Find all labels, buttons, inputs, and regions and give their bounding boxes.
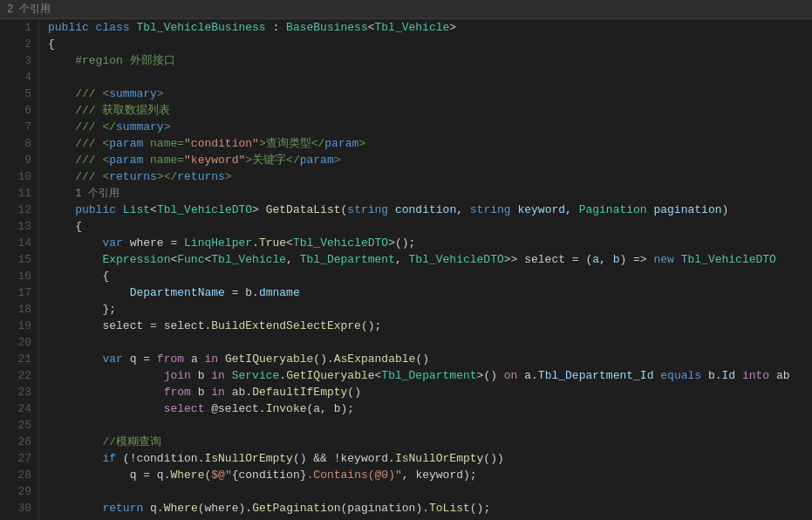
line-num-14: 14	[0, 235, 31, 251]
code-line-14: var where = LinqHelper.True<Tbl_VehicleD…	[48, 235, 812, 251]
line-num-7: 7	[0, 119, 31, 135]
line-num-6: 6	[0, 102, 31, 119]
code-line-22: join b in Service.GetIQueryable<Tbl_Depa…	[48, 367, 812, 384]
code-line-1: public class Tbl_VehicleBusiness : BaseB…	[48, 19, 812, 36]
code-line-25	[48, 417, 812, 434]
reference-count: 2 个引用	[0, 0, 812, 19]
code-line-17: DepartmentName = b.dmname	[48, 284, 812, 301]
code-line-2: {	[48, 36, 812, 52]
line-num-24: 24	[0, 400, 31, 417]
code-body: 1 2 3 4 5 6 7 8 9 10 11 12 13 14 15 16 1…	[0, 19, 812, 520]
code-line-11: 1 个引用	[48, 185, 812, 202]
line-num-4: 4	[0, 69, 31, 86]
code-line-31: }	[48, 517, 812, 520]
code-line-12: public List<Tbl_VehicleDTO> GetDataList(…	[48, 202, 812, 218]
line-num-11: 11	[0, 185, 31, 202]
line-num-10: 10	[0, 168, 31, 185]
line-num-28: 28	[0, 467, 31, 483]
code-line-3: #region 外部接口	[48, 52, 812, 69]
line-num-1: 1	[0, 19, 31, 36]
line-num-16: 16	[0, 268, 31, 284]
line-num-15: 15	[0, 251, 31, 268]
line-num-31: 31	[0, 517, 31, 520]
code-container: 2 个引用 1 2 3 4 5 6 7 8 9 10 11 12 13 14 1…	[0, 0, 812, 520]
line-num-5: 5	[0, 86, 31, 102]
code-line-30: return q.Where(where).GetPagination(pagi…	[48, 500, 812, 517]
code-line-7: /// </summary>	[48, 119, 812, 135]
line-num-13: 13	[0, 218, 31, 235]
line-num-27: 27	[0, 450, 31, 467]
line-num-12: 12	[0, 202, 31, 218]
line-num-20: 20	[0, 334, 31, 351]
line-num-29: 29	[0, 483, 31, 500]
code-line-21: var q = from a in GetIQueryable().AsExpa…	[48, 351, 812, 367]
line-num-17: 17	[0, 284, 31, 301]
code-line-29	[48, 483, 812, 500]
line-num-3: 3	[0, 52, 31, 69]
line-num-9: 9	[0, 152, 31, 168]
code-line-6: /// 获取数据列表	[48, 102, 812, 119]
code-line-23: from b in ab.DefaultIfEmpty()	[48, 384, 812, 400]
line-num-22: 22	[0, 367, 31, 384]
line-numbers: 1 2 3 4 5 6 7 8 9 10 11 12 13 14 15 16 1…	[0, 19, 39, 520]
code-line-26: //模糊查询	[48, 434, 812, 450]
line-num-26: 26	[0, 434, 31, 450]
line-num-8: 8	[0, 135, 31, 152]
line-num-21: 21	[0, 351, 31, 367]
line-num-19: 19	[0, 318, 31, 334]
code-line-5: /// <summary>	[48, 86, 812, 102]
code-line-9: /// <param name="keyword">关键字</param>	[48, 152, 812, 168]
code-line-15: Expression<Func<Tbl_Vehicle, Tbl_Departm…	[48, 251, 812, 268]
code-line-8: /// <param name="condition">查询类型</param>	[48, 135, 812, 152]
code-line-27: if (!condition.IsNullOrEmpty() && !keywo…	[48, 450, 812, 467]
line-num-23: 23	[0, 384, 31, 400]
line-num-2: 2	[0, 36, 31, 52]
code-line-16: {	[48, 268, 812, 284]
code-line-18: };	[48, 301, 812, 318]
code-line-4	[48, 69, 812, 86]
line-num-25: 25	[0, 417, 31, 434]
code-line-20	[48, 334, 812, 351]
line-num-30: 30	[0, 500, 31, 517]
code-line-19: select = select.BuildExtendSelectExpre()…	[48, 318, 812, 334]
line-num-18: 18	[0, 301, 31, 318]
code-line-24: select @select.Invoke(a, b);	[48, 400, 812, 417]
code-lines: public class Tbl_VehicleBusiness : BaseB…	[39, 19, 812, 520]
code-line-10: /// <returns></returns>	[48, 168, 812, 185]
code-line-28: q = q.Where($@"{condition}.Contains(@0)"…	[48, 467, 812, 483]
code-line-13: {	[48, 218, 812, 235]
